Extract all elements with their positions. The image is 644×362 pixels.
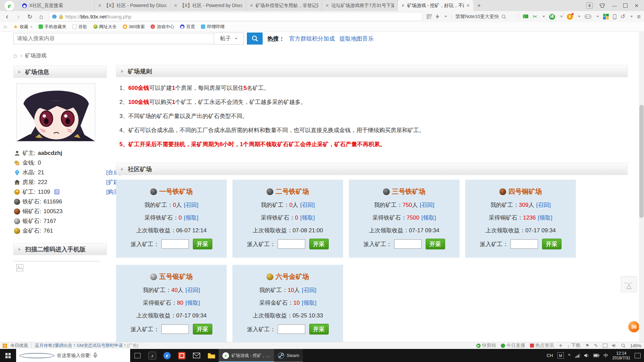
tab-forum-2[interactable]: ✕ 【X】社区 - Powered by Discu [170, 0, 246, 11]
accelerate-lightning-icon[interactable] [436, 14, 439, 19]
daily-picks-icon[interactable] [3, 344, 7, 348]
mobile-phone-icon[interactable] [613, 14, 616, 19]
claim-link[interactable]: [领取] [184, 215, 198, 221]
hot-link-map-music[interactable]: 提取地图音乐 [339, 35, 374, 43]
recall-link[interactable]: [召回] [300, 202, 315, 208]
dispatch-miners-input[interactable] [161, 239, 189, 249]
taskbar-app-mail[interactable] [189, 349, 204, 362]
taskbar-app-browser-blue[interactable]: e [160, 349, 174, 362]
undo-caret-icon[interactable] [630, 16, 633, 17]
translate-caret-icon[interactable] [560, 16, 563, 17]
qr-code-icon[interactable] [427, 14, 432, 19]
mine-button[interactable]: 开采 [542, 239, 561, 249]
start-button[interactable] [0, 349, 16, 362]
taskbar-app-explorer[interactable] [204, 349, 219, 362]
address-bar[interactable]: https://bbs.93x.net/kuang.php [49, 12, 423, 21]
recall-link[interactable]: [召回] [536, 202, 550, 208]
mine-button[interactable]: 开采 [426, 239, 445, 249]
dispatch-miners-input[interactable] [394, 239, 422, 249]
undo-restore-icon[interactable]: ↺ [621, 13, 625, 20]
favorites-book-icon[interactable] [523, 14, 529, 19]
paper-plane-icon[interactable]: ✈ [559, 343, 563, 348]
page-scrollbar[interactable] [639, 32, 644, 342]
search-category-select[interactable]: 帖子 [214, 33, 244, 45]
taskbar-clock[interactable]: 12:14 2018/7/31 [612, 351, 630, 360]
tab-mine-game-active[interactable]: ✕ 矿场游戏 - 挖矿，好玩，不能赚钱 ✕ [398, 0, 473, 11]
recall-link[interactable]: [召回] [184, 202, 198, 208]
home-icon[interactable]: ⌂ [13, 52, 17, 59]
taskbar-window-mine-game[interactable]: e 矿场游戏 - 挖矿，… [219, 349, 274, 362]
dispatch-miners-input[interactable] [278, 324, 305, 334]
screenshot-scissors-icon[interactable]: ✂ [533, 13, 537, 20]
bookmark-mobile-favorites[interactable]: 手机收藏夹 [39, 24, 66, 30]
toolbar-search-hotword[interactable]: 荣耀Note10更大更快 [455, 14, 499, 20]
zoom-level[interactable]: 145% [630, 343, 641, 348]
tray-expand-chevron-icon[interactable]: ^ [568, 353, 571, 358]
recall-link[interactable]: [召回] [302, 287, 316, 293]
volume-icon[interactable] [584, 353, 589, 358]
network-icon[interactable] [575, 354, 580, 358]
tab-forum-1[interactable]: ✕ 【X】社区 - Powered by Discu [95, 0, 170, 11]
site-safety-icon[interactable] [52, 14, 57, 19]
forward-button[interactable]: › [15, 13, 22, 20]
main-menu-icon[interactable]: ≡ [637, 13, 641, 20]
browser-logo[interactable]: e [0, 0, 19, 11]
scrollbar-thumb[interactable] [639, 105, 644, 218]
speaker-icon[interactable] [612, 344, 616, 348]
close-window-button[interactable]: ✕ [634, 3, 639, 9]
claim-link[interactable]: [领取] [300, 215, 315, 221]
taskbar-app-red-box[interactable] [174, 349, 189, 362]
dispatch-miners-input[interactable] [278, 239, 305, 249]
claim-link[interactable]: [领取] [538, 215, 552, 221]
taskbar-app-music[interactable]: ♪ [145, 349, 160, 362]
back-to-top-button[interactable]: —— △ [621, 276, 637, 292]
game-caret-icon[interactable] [596, 16, 599, 17]
tab-count-badge[interactable]: 6 [586, 2, 593, 9]
bookmark-favorites[interactable]: ★ 收藏 ∨ [13, 24, 33, 30]
hot-news-button[interactable]: 热点资讯 [530, 343, 554, 349]
bookmark-bilibili[interactable]: 哔哩哔哩 [201, 24, 224, 30]
search-magnifier-icon[interactable] [501, 14, 506, 19]
daily-picks-label[interactable]: 今日优选 [10, 343, 28, 349]
mine-button[interactable]: 开采 [309, 324, 329, 335]
taskbar-window-steam[interactable]: Steam [274, 349, 303, 362]
microphone-icon[interactable] [93, 353, 127, 358]
download-button[interactable]: ↓下载 [567, 343, 580, 349]
dispatch-miners-input[interactable] [161, 324, 189, 334]
battery-icon[interactable] [593, 354, 599, 357]
note-pencil-icon[interactable]: ✎ [594, 343, 598, 348]
wallet-caret-icon[interactable] [578, 16, 581, 17]
taskbar-search-box[interactable]: 在这里输入你要搜索的内容 [16, 349, 130, 362]
wallet-yuan-icon[interactable]: ¥ [567, 14, 573, 20]
claim-link[interactable]: [领取] [185, 300, 200, 306]
skin-tshirt-icon[interactable] [599, 3, 605, 8]
speedball-badge[interactable]: 38 [628, 321, 640, 333]
restore-button[interactable] [623, 3, 628, 8]
mine-button[interactable]: 开采 [309, 239, 329, 249]
claim-link[interactable]: [领取] [421, 215, 436, 221]
quick-clip-button[interactable]: ▶快剪辑 [476, 343, 496, 349]
bookmark-game-center[interactable]: G 游戏中心 [151, 24, 174, 30]
chevron-down-icon[interactable] [444, 16, 447, 17]
bookmarks-sidebar-toggle-icon[interactable]: ▷ [4, 24, 7, 29]
status-ad-link[interactable]: 蓝月传奇2重磅出击！GM变态试玩号限时申请！[广告] [35, 343, 138, 349]
claim-link[interactable]: [领取] [302, 300, 316, 306]
mini-window-icon[interactable] [603, 344, 607, 348]
tab-shutdown-notice[interactable]: ✕ 论坛矿场游戏将于7月31号下架 [322, 0, 398, 11]
apps-grid-icon[interactable] [603, 14, 609, 19]
mine-button[interactable]: 开采 [193, 324, 212, 335]
dispatch-miners-input[interactable] [511, 239, 538, 249]
miner-help-icon[interactable]: ? [54, 189, 60, 195]
screenshot-caret-icon[interactable] [542, 16, 545, 17]
tab-close-icon[interactable]: ✕ [466, 3, 470, 8]
task-view-button[interactable] [130, 349, 145, 362]
minimize-button[interactable]: — [612, 3, 616, 8]
back-button[interactable]: ‹ [3, 13, 11, 20]
recall-link[interactable]: [召回] [185, 287, 200, 293]
action-center-icon[interactable] [635, 353, 641, 358]
today-live-button[interactable]: 今日直播 [501, 343, 525, 349]
mine-button[interactable]: 开采 [193, 239, 212, 249]
zoom-magnifier-icon[interactable] [621, 344, 626, 348]
game-center-icon[interactable] [585, 14, 591, 19]
forum-search-button[interactable] [247, 33, 263, 45]
